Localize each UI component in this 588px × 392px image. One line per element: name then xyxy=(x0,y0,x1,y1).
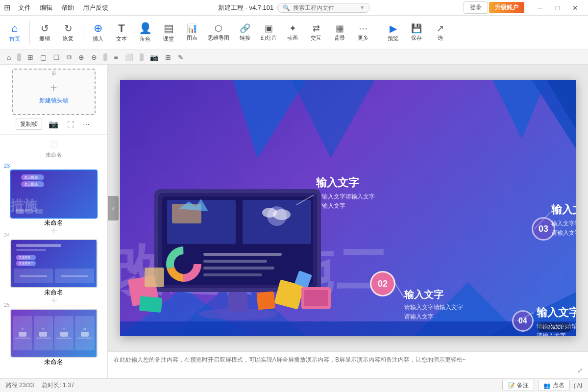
counter-text: 23/33 xyxy=(547,324,562,331)
iconbar-align[interactable]: ≡ xyxy=(112,52,120,62)
slide-label-25: 未命名 xyxy=(44,358,63,367)
slide-item-24[interactable]: 改进措施一 改进措施二 xyxy=(10,239,98,288)
iconbar-distribute[interactable]: ⬜ xyxy=(123,52,135,62)
iconbar-home[interactable]: ⌂ xyxy=(5,52,13,62)
toolbar-mindmap[interactable]: ⬡ 思维导图 xyxy=(205,22,232,44)
copy-frame-button[interactable]: 复制帧 xyxy=(16,119,42,130)
home-icon: ⌂ xyxy=(11,23,18,34)
menu-file[interactable]: 文件 xyxy=(14,2,35,13)
toolbar-select-label: 选 xyxy=(438,34,443,42)
toolbar-select[interactable]: ↗ 选 xyxy=(429,22,451,44)
slide-number-24: 24 xyxy=(4,232,10,238)
menu-feedback[interactable]: 用户反馈 xyxy=(79,2,112,13)
sub-02-line1: 请输入文字请输入文字 xyxy=(404,303,463,312)
iconbar-camera[interactable]: 📷 xyxy=(148,52,160,62)
iconbar-layers[interactable]: ⧉ xyxy=(65,52,74,62)
thumb-badge1: 改进措施一 xyxy=(21,174,44,180)
toolbar-insert-label: 插入 xyxy=(93,35,103,43)
toolbar-home[interactable]: ⌂ 首页 xyxy=(4,21,25,45)
fullscreen-icon[interactable]: ⛶ xyxy=(65,119,76,130)
text-block-03: 输入文字 输入文字请输入文字 请输入文字 xyxy=(551,202,576,238)
toolbar-chart-label: 图表 xyxy=(187,34,197,42)
toolbar-animation[interactable]: ✦ 动画 xyxy=(282,22,303,44)
menu-edit[interactable]: 编辑 xyxy=(36,2,56,13)
undo-icon: ↺ xyxy=(41,24,49,33)
slide-counter: ‹ 23/33 › xyxy=(538,322,572,332)
svg-rect-37 xyxy=(257,291,275,310)
slide-item-25[interactable]: 01 02 03 xyxy=(10,309,98,358)
toolbar-text[interactable]: T 文本 xyxy=(111,21,132,45)
slide-group-23: 23 措施 改进措施一 改进措施二 未命名 xyxy=(0,163,107,227)
main-area: ⊞ + 新建镜头帧 复制帧 📷 ⛶ ⋯ 未命名 xyxy=(0,65,588,378)
link-icon: 🔗 xyxy=(240,24,250,33)
iconbar-zoomout[interactable]: ⊖ xyxy=(89,52,99,62)
counter-next[interactable]: › xyxy=(565,324,567,331)
iconbar-zoomin[interactable]: ⊕ xyxy=(76,52,86,62)
slide-group-unnamed: 未命名 xyxy=(0,137,107,159)
toolbar-link[interactable]: 🔗 链接 xyxy=(234,22,256,44)
maximize-button[interactable]: □ xyxy=(549,0,566,16)
toolbar-text-label: 文本 xyxy=(116,35,127,43)
toolbar-chart[interactable]: 📊 图表 xyxy=(181,22,203,44)
toolbar-save[interactable]: 💾 保存 xyxy=(406,22,427,44)
status-duration: 总时长: 1:37 xyxy=(42,381,74,390)
toolbar-redo-label: 恢复 xyxy=(63,35,74,42)
insert-icon: ⊕ xyxy=(94,23,102,34)
iconbar-grid[interactable]: ⊞ xyxy=(163,52,173,62)
sidebar-tools: 复制帧 📷 ⛶ ⋯ xyxy=(16,118,92,130)
iconbar-crop[interactable]: ⊞ xyxy=(25,52,35,62)
toolbar-classroom[interactable]: ▤ 课堂 xyxy=(158,21,179,45)
pointname-button[interactable]: 👥 点名 xyxy=(538,380,570,391)
monitor-illustration xyxy=(125,140,390,321)
notes-button[interactable]: 📝 备注 xyxy=(502,380,534,391)
interact-icon: ⇄ xyxy=(313,24,320,33)
pointname-icon: 👥 xyxy=(543,382,551,389)
title-02: 输入文字 xyxy=(404,288,463,301)
slide-add-icon-2 xyxy=(49,295,59,305)
camera-icon[interactable]: 📷 xyxy=(46,118,61,130)
slide-number-23: 23 xyxy=(4,163,10,169)
counter-prev[interactable]: ‹ xyxy=(542,324,544,331)
search-dropdown-icon[interactable]: ▼ xyxy=(360,5,365,10)
toolbar-bg[interactable]: ▦ 背景 xyxy=(329,22,350,44)
toolbar-more[interactable]: ⋯ 更多 xyxy=(352,22,374,44)
toolbar-role[interactable]: 👤 角色 xyxy=(134,21,156,45)
toolbar-slide[interactable]: ▣ 幻灯片 xyxy=(258,22,280,44)
iconbar-frame[interactable]: ▢ xyxy=(38,52,49,62)
redo-icon: ↻ xyxy=(64,24,73,33)
pointname-label: 点名 xyxy=(553,381,564,390)
ai-expand-btn[interactable]: ( Ai xyxy=(574,382,582,389)
iconbar-copy[interactable]: ❑ xyxy=(51,52,62,62)
statusbar-right: 📝 备注 👥 点名 ( Ai xyxy=(502,380,582,391)
login-button[interactable]: 登录 xyxy=(464,1,488,14)
search-input[interactable] xyxy=(293,4,357,11)
menu-help[interactable]: 帮助 xyxy=(57,2,78,13)
classroom-icon: ▤ xyxy=(164,23,174,34)
toolbar-interact[interactable]: ⇄ 交互 xyxy=(305,22,327,44)
toolbar-preview[interactable]: ▶ 预览 xyxy=(382,22,404,44)
text-block-02: 输入文字 请输入文字请输入文字 请输入文字 xyxy=(404,288,463,321)
toolbar: ⌂ 首页 ↺ 撤销 ↻ 恢复 ⊕ 插入 T 文本 👤 角色 ▤ 课堂 📊 图表 … xyxy=(0,16,588,50)
chart-icon: 📊 xyxy=(187,24,197,33)
close-button[interactable]: ✕ xyxy=(566,0,584,16)
slide-item-23[interactable]: 措施 改进措施一 改进措施二 xyxy=(10,170,98,219)
new-frame-area[interactable]: ⊞ + 新建镜头帧 xyxy=(12,69,96,115)
search-box[interactable]: 🔍 ▼ xyxy=(277,3,370,13)
upgrade-button[interactable]: 升级账户 xyxy=(489,2,524,13)
more-icon: ⋯ xyxy=(359,24,368,33)
toolbar-divider-1 xyxy=(29,21,30,45)
nav-arrow-left[interactable]: ‹ xyxy=(108,196,119,220)
toolbar-mindmap-label: 思维导图 xyxy=(208,34,229,42)
iconbar-edit[interactable]: ✎ xyxy=(176,52,186,62)
svg-rect-0 xyxy=(51,141,57,147)
notes-expand-icon[interactable]: ⤢ xyxy=(577,367,583,374)
toolbar-undo[interactable]: ↺ 撤销 xyxy=(34,22,55,44)
notes-input[interactable] xyxy=(114,352,582,378)
minimize-button[interactable]: ─ xyxy=(531,0,549,16)
sidebar: ⊞ + 新建镜头帧 复制帧 📷 ⛶ ⋯ 未命名 xyxy=(0,65,108,378)
toolbar-insert[interactable]: ⊕ 插入 xyxy=(87,21,109,45)
toolbar-redo[interactable]: ↻ 恢复 xyxy=(57,22,79,44)
slide-group-25: 25 01 02 03 xyxy=(0,302,107,367)
slide-number-25: 25 xyxy=(4,302,10,308)
sidebar-more-icon[interactable]: ⋯ xyxy=(80,119,92,130)
